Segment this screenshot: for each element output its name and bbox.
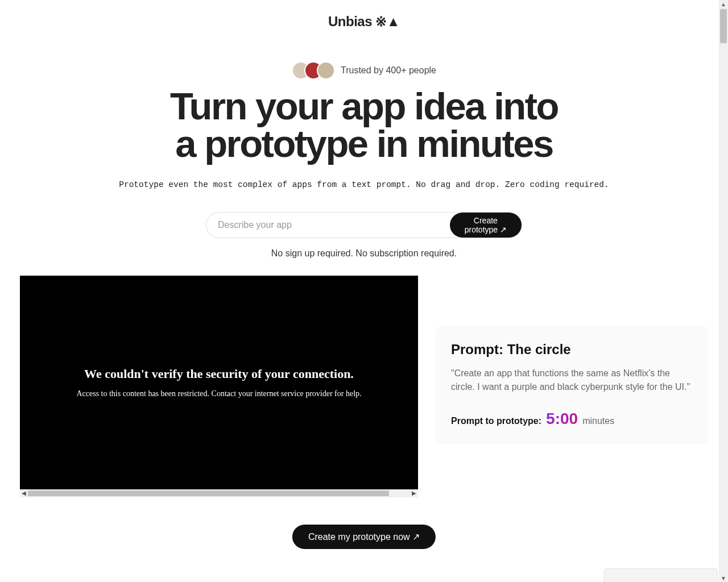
scroll-right-icon[interactable]: ▶ <box>412 490 416 496</box>
hero-title-line2: a prototype in minutes <box>175 122 552 165</box>
create-button-line2: prototype ↗ <box>465 225 507 234</box>
ptp-unit: minutes <box>582 416 614 426</box>
prompt-card-quote: "Create an app that functions the same a… <box>451 367 692 394</box>
create-prototype-button[interactable]: Create prototype ↗ <box>450 213 522 238</box>
demo-row: We couldn't verify the security of your … <box>20 276 708 497</box>
hero-title: Turn your app idea into a prototype in m… <box>20 88 708 162</box>
video-error: We couldn't verify the security of your … <box>20 276 418 489</box>
prompt-card-heading: Prompt: The circle <box>451 342 692 357</box>
scroll-down-icon[interactable]: ▼ <box>721 575 726 581</box>
hero-subtitle: Prototype even the most complex of apps … <box>20 180 708 189</box>
hero-title-line1: Turn your app idea into <box>170 85 558 127</box>
prompt-form: Create prototype ↗ <box>20 212 708 238</box>
ptp-time: 5:00 <box>546 410 578 428</box>
trust-avatars <box>292 61 335 80</box>
scrollbar-thumb[interactable] <box>720 9 727 43</box>
page-vertical-scrollbar[interactable]: ▲ ▼ <box>719 0 728 582</box>
ptp-label: Prompt to prototype: <box>451 416 541 426</box>
create-button-line1: Create <box>474 216 498 225</box>
video-horizontal-scrollbar[interactable]: ◀ ▶ <box>20 489 418 497</box>
scroll-left-icon[interactable]: ◀ <box>22 490 26 496</box>
video-error-body: Access to this content has been restrict… <box>76 389 361 398</box>
scroll-up-icon[interactable]: ▲ <box>721 1 726 7</box>
create-my-prototype-button[interactable]: Create my prototype now ↗ <box>292 525 436 549</box>
prompt-input-wrap: Create prototype ↗ <box>206 212 522 238</box>
footer-widget[interactable] <box>604 568 718 582</box>
avatar <box>317 61 335 80</box>
scrollbar-thumb[interactable] <box>28 490 389 496</box>
prompt-to-prototype-row: Prompt to prototype: 5:00 minutes <box>451 410 692 428</box>
prompt-card: Prompt: The circle "Create an app that f… <box>435 326 708 444</box>
trust-row: Trusted by 400+ people <box>20 61 708 80</box>
video-error-title: We couldn't verify the security of your … <box>84 367 354 381</box>
trust-text: Trusted by 400+ people <box>341 65 436 76</box>
bottom-cta: Create my prototype now ↗ <box>292 525 436 549</box>
video-frame: We couldn't verify the security of your … <box>20 276 418 497</box>
logo: Unbias ※▲ <box>20 14 708 30</box>
prompt-input[interactable] <box>206 213 464 238</box>
no-signup-text: No sign up required. No subscription req… <box>20 248 708 259</box>
